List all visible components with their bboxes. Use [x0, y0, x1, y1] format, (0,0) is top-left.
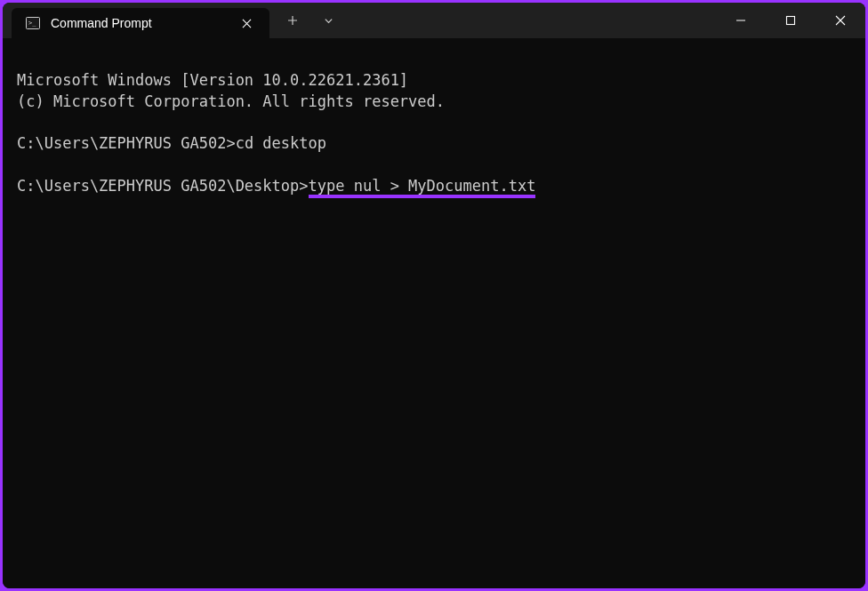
- minimize-button[interactable]: [716, 3, 766, 38]
- terminal-tab[interactable]: >_ Command Prompt: [12, 8, 269, 38]
- close-button[interactable]: [816, 3, 865, 38]
- titlebar: >_ Command Prompt: [3, 3, 865, 38]
- copyright-line: (c) Microsoft Corporation. All rights re…: [17, 92, 445, 110]
- maximize-button[interactable]: [766, 3, 816, 38]
- prompt-command-1: cd desktop: [236, 134, 326, 152]
- new-tab-button[interactable]: [277, 7, 309, 34]
- terminal-window: >_ Command Prompt: [3, 3, 865, 588]
- svg-rect-2: [787, 17, 795, 25]
- prompt-command-2: type nul > MyDocument.txt: [309, 177, 536, 198]
- tab-dropdown-button[interactable]: [312, 7, 344, 34]
- tab-actions: [277, 3, 344, 38]
- cmd-icon: >_: [26, 16, 40, 30]
- terminal-output[interactable]: Microsoft Windows [Version 10.0.22621.23…: [3, 38, 865, 588]
- svg-text:>_: >_: [28, 20, 36, 27]
- version-line: Microsoft Windows [Version 10.0.22621.23…: [17, 71, 408, 89]
- prompt-path-1: C:\Users\ZEPHYRUS GA502>: [17, 134, 236, 152]
- window-controls: [716, 3, 865, 38]
- tab-close-button[interactable]: [237, 14, 255, 32]
- tab-title: Command Prompt: [51, 16, 227, 30]
- prompt-path-2: C:\Users\ZEPHYRUS GA502\Desktop>: [17, 177, 309, 195]
